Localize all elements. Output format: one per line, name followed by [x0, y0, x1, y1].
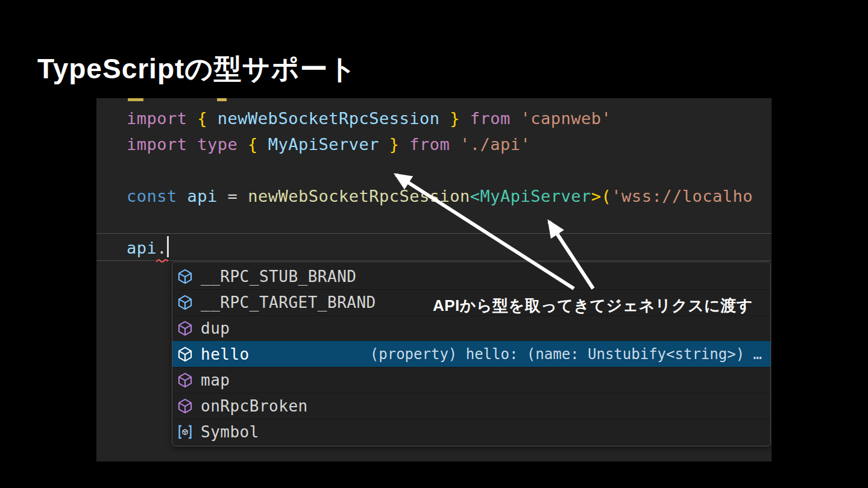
- suggestion-item[interactable]: Symbol: [172, 419, 770, 445]
- symbol-method-icon: [177, 321, 193, 336]
- suggestion-item[interactable]: map: [172, 367, 770, 393]
- clipped-code-line: [128, 98, 143, 101]
- code-line: [127, 157, 753, 183]
- code-area[interactable]: import { newWebSocketRpcSession } from '…: [127, 105, 753, 261]
- slide: TypeScriptの型サポート import { newWebSocketRp…: [0, 0, 868, 488]
- suggestion-item[interactable]: onRpcBroken: [172, 393, 770, 419]
- code-line: api.: [127, 235, 753, 261]
- symbol-method-icon: [177, 372, 193, 388]
- autocomplete-dropdown[interactable]: __RPC_STUB_BRAND__RPC_TARGET_BRANDduphel…: [172, 261, 771, 446]
- code-editor[interactable]: import { newWebSocketRpcSession } from '…: [96, 98, 772, 461]
- annotation-text: APIから型を取ってきてジェネリクスに渡す: [433, 295, 753, 316]
- symbol-field-icon: [177, 269, 193, 284]
- code-line: const api = newWebSocketRpcSession<MyApi…: [127, 183, 753, 209]
- code-line: import type { MyApiServer } from './api': [127, 131, 753, 157]
- text-cursor: [167, 236, 169, 257]
- page-title: TypeScriptの型サポート: [37, 51, 357, 88]
- suggestion-label: map: [201, 371, 230, 389]
- suggestion-label: hello: [201, 345, 250, 363]
- suggestion-label: Symbol: [201, 423, 259, 441]
- suggestion-item[interactable]: __RPC_STUB_BRAND: [172, 263, 770, 289]
- symbol-field-icon: [177, 295, 193, 310]
- suggestion-item[interactable]: dup: [172, 315, 770, 341]
- suggestion-label: dup: [201, 319, 230, 337]
- suggestion-label: __RPC_STUB_BRAND: [201, 267, 356, 286]
- suggestion-detail: (property) hello: (name: Unstubify<strin…: [370, 346, 766, 363]
- suggestion-label: onRpcBroken: [201, 397, 308, 415]
- symbol-symbol-icon: [177, 424, 193, 440]
- symbol-method-icon: [177, 398, 193, 414]
- clipped-code-line: [217, 98, 227, 101]
- code-line: import { newWebSocketRpcSession } from '…: [127, 105, 753, 131]
- symbol-property-icon: [177, 346, 193, 362]
- suggestion-label: __RPC_TARGET_BRAND: [201, 293, 376, 311]
- code-line: [127, 209, 753, 235]
- error-squiggle-icon: [156, 257, 168, 263]
- suggestion-item[interactable]: hello(property) hello: (name: Unstubify<…: [172, 341, 770, 367]
